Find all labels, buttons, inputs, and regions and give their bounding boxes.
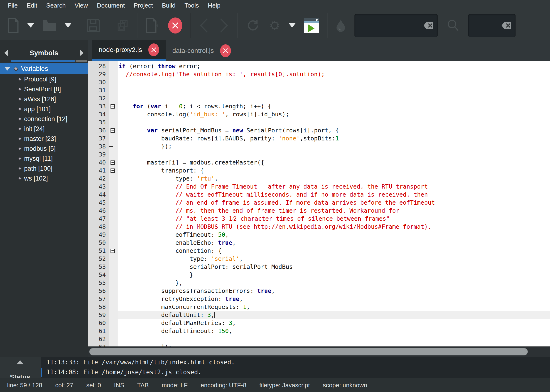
collapse-up-icon[interactable] [16,360,24,364]
run-button[interactable] [299,14,324,37]
code-line[interactable]: 45 // an end of frame is assumed. If mor… [88,199,550,207]
navigate-back-button[interactable] [194,14,214,37]
save-button[interactable] [82,14,105,37]
goto-line-clear-icon[interactable] [501,21,512,30]
tab-close-button[interactable] [148,43,159,56]
code-line[interactable]: 39 [88,151,550,159]
code-line[interactable]: 46 // ms, then the end of frame timer is… [88,207,550,215]
status-message[interactable]: 11:14:08: File /home/jose/test2.js close… [41,367,550,377]
symbol-item[interactable]: SerialPort [8] [0,84,88,94]
symbol-item[interactable]: mysql [11] [0,154,88,164]
search-input-clear-icon[interactable] [423,21,434,30]
fold-collapse-icon[interactable] [111,104,115,109]
search-button[interactable] [438,14,468,37]
code-line[interactable]: 55 }, [88,279,550,287]
code-line[interactable]: 36 var serialPort_ModBus = new SerialPor… [88,126,550,134]
code-line[interactable]: 60 defaultMaxRetries: 3, [88,319,550,327]
code-line[interactable]: 38 }); [88,143,550,151]
menu-view[interactable]: View [70,1,92,10]
fold-collapse-icon[interactable] [111,161,115,165]
build-menu-button[interactable] [285,14,299,37]
menu-document[interactable]: Document [92,1,129,10]
scrollbar-thumb[interactable] [89,348,528,355]
code-line[interactable]: 35 [88,119,550,126]
code-line[interactable]: 41 transport: { [88,167,550,175]
code-line[interactable]: 51 connection: { [88,247,550,255]
goto-line-input[interactable] [468,14,515,37]
compile-button[interactable] [241,14,264,37]
open-file-menu-button[interactable] [61,14,75,37]
symbol-item[interactable]: connection [12] [0,114,88,124]
navigate-forward-button[interactable] [214,14,234,37]
symbol-item[interactable]: ws [102] [0,174,88,183]
code-line[interactable]: 48 // in MODBUS RTU (see http://en.wikip… [88,223,550,231]
code-line[interactable]: 53 serialPort: serialPort_ModBus [88,263,550,271]
color-chooser-button[interactable] [331,14,351,37]
code-line[interactable]: 33 for (var i = 0; i < rows.length; i++)… [88,102,550,111]
symbol-item[interactable]: aWss [126] [0,94,88,104]
code-line[interactable]: 34 console.log('id_bus: ', rows[i].id_bu… [88,111,550,119]
code-line[interactable]: 58 maxConcurrentRequests: 1, [88,303,550,311]
fold-collapse-icon[interactable] [111,128,115,133]
code-line[interactable]: 61 defaultTimeout: 150, [88,327,550,335]
symbol-item[interactable]: Protocol [9] [0,74,88,84]
toolbar-separator [190,13,191,38]
expander-icon[interactable] [4,67,10,70]
message-tab-status[interactable]: Status [10,373,30,378]
menu-project[interactable]: Project [129,1,157,10]
code-line[interactable]: 32 [88,94,550,102]
sidebar-next-tab-arrow[interactable] [80,49,84,56]
horizontal-scrollbar[interactable] [88,346,550,357]
code-line[interactable]: 63 }); [88,343,550,346]
close-document-button[interactable] [164,14,187,37]
revert-button[interactable] [141,14,164,37]
code-line[interactable]: 59 defaultUnit: 3, [88,311,550,319]
tab-data-control.js[interactable]: data-control.js [166,40,238,61]
new-file-button[interactable] [0,14,24,37]
fold-cell [109,94,118,102]
tab-node-proxy2.js[interactable]: node-proxy2.js [92,40,166,61]
code-line[interactable]: 56 suppressTransactionErrors: true, [88,287,550,295]
tab-close-button[interactable] [220,44,231,57]
code-line[interactable]: 54 } [88,271,550,279]
fold-collapse-icon[interactable] [111,168,115,173]
code-line[interactable]: 37 baudRate: rows[i].BAUDS, parity: 'non… [88,134,550,143]
code-line[interactable]: 44 // waits eofTimeout milliseconds, and… [88,191,550,199]
symbol-item[interactable]: master [23] [0,134,88,144]
code-editor[interactable]: 28if (error) throw error;29 //console.lo… [88,61,550,346]
sidebar-tab-symbols[interactable]: Symbols [8,49,80,57]
symbol-item[interactable]: modbus [5] [0,144,88,154]
code-line[interactable]: 62 [88,335,550,343]
code-line[interactable]: 50 enableEcho: true, [88,239,550,247]
code-line[interactable]: 29 //console.log('The solution is: ', re… [88,70,550,78]
code-line[interactable]: 43 // End Of Frame Timeout - after any d… [88,183,550,191]
symbol-item[interactable]: init [24] [0,124,88,134]
menu-tools[interactable]: Tools [180,1,203,10]
code-line[interactable]: 40 master[i] = modbus.createMaster({ [88,159,550,167]
search-input[interactable] [354,14,438,37]
code-line[interactable]: 31 [88,86,550,94]
status-message[interactable]: 11:13:33: File /var/www/html/tib/index.h… [41,357,550,367]
code-line[interactable]: 28if (error) throw error; [88,62,550,70]
menu-file[interactable]: File [3,1,22,10]
code-line[interactable]: 47 // "at least 3 1⁄2 character times of… [88,215,550,223]
symbol-item[interactable]: app [101] [0,104,88,114]
code-line[interactable]: 57 retryOnException: true, [88,295,550,303]
menu-search[interactable]: Search [42,1,70,10]
menu-edit[interactable]: Edit [22,1,42,10]
code-text: suppressTransactionErrors: true, [118,287,550,295]
build-button[interactable]: ⚙ [264,14,285,37]
menu-build[interactable]: Build [157,1,180,10]
sidebar-prev-tab-arrow[interactable] [4,49,8,56]
code-line[interactable]: 52 type: 'serial', [88,255,550,263]
open-file-button[interactable] [37,14,61,37]
symbol-tree-root-variables[interactable]: Variables [0,63,88,74]
new-file-menu-button[interactable] [24,14,37,37]
fold-collapse-icon[interactable] [111,249,115,253]
code-line[interactable]: 42 type: 'rtu', [88,175,550,183]
menu-help[interactable]: Help [203,1,225,10]
save-all-button[interactable] [112,14,134,37]
code-line[interactable]: 49 eofTimeout: 50, [88,231,550,239]
code-line[interactable]: 30 [88,78,550,86]
symbol-item[interactable]: path [100] [0,164,88,174]
